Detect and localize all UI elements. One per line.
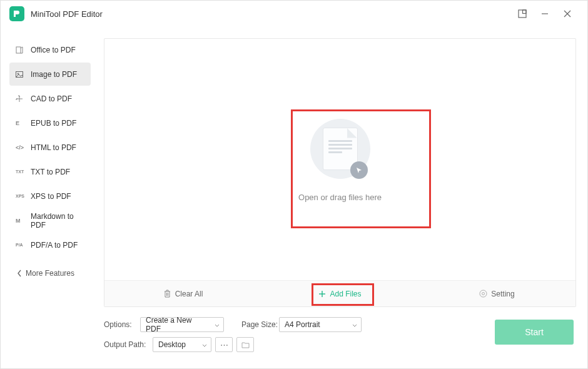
sidebar-item-label: XPS to PDF bbox=[31, 192, 71, 201]
ellipsis-icon: ⋯ bbox=[220, 340, 228, 350]
setting-label: Setting bbox=[491, 290, 514, 298]
close-button[interactable] bbox=[556, 3, 579, 25]
sidebar-item-markdown-to-pdf[interactable]: M Markdown to PDF bbox=[9, 209, 91, 232]
page-size-value: A4 Portrait bbox=[285, 320, 320, 329]
clear-all-button[interactable]: Clear All bbox=[104, 281, 261, 306]
drop-area[interactable]: Open or drag files here Clear All Add Fi… bbox=[104, 38, 576, 307]
sidebar-item-pdfa-to-pdf[interactable]: P/A PDF/A to PDF bbox=[9, 233, 91, 256]
output-path-select[interactable]: Desktop bbox=[153, 337, 211, 352]
browse-folder-button[interactable] bbox=[236, 337, 254, 352]
image-icon bbox=[16, 71, 28, 78]
sidebar-item-image-to-pdf[interactable]: Image to PDF bbox=[9, 63, 91, 86]
plus-icon bbox=[318, 290, 326, 298]
sidebar-item-office-to-pdf[interactable]: Office to PDF bbox=[9, 38, 91, 61]
office-icon bbox=[16, 46, 28, 54]
sidebar-item-epub-to-pdf[interactable]: E EPUB to PDF bbox=[9, 111, 91, 134]
chevron-down-icon bbox=[202, 340, 207, 349]
output-path-label: Output Path: bbox=[104, 340, 153, 349]
left-column: Office to PDF Image to PDF CAD to PDF E … bbox=[1, 27, 98, 368]
sidebar-item-label: HTML to PDF bbox=[31, 143, 76, 152]
sidebar-item-xps-to-pdf[interactable]: XPS XPS to PDF bbox=[9, 184, 91, 208]
add-files-label: Add Files bbox=[330, 290, 361, 298]
cad-icon bbox=[16, 95, 28, 103]
sidebar-item-label: EPUB to PDF bbox=[31, 119, 76, 128]
drop-inner: Open or drag files here bbox=[104, 39, 575, 280]
square-icon[interactable] bbox=[511, 3, 534, 25]
svg-rect-1 bbox=[523, 10, 527, 14]
setting-button[interactable]: Setting bbox=[418, 281, 575, 306]
options-row: Options: Create a New PDF Page Size: A4 … bbox=[104, 317, 495, 332]
more-features-label: More Features bbox=[26, 269, 74, 278]
epub-icon: E bbox=[16, 120, 28, 126]
content: Open or drag files here Clear All Add Fi… bbox=[98, 27, 587, 368]
titlebar: MiniTool PDF Editor bbox=[1, 1, 587, 27]
options-value: Create a New PDF bbox=[146, 316, 208, 333]
options-left: Options: Create a New PDF Page Size: A4 … bbox=[104, 317, 495, 357]
folder-icon bbox=[241, 341, 250, 348]
sidebar-item-html-to-pdf[interactable]: </> HTML to PDF bbox=[9, 136, 91, 159]
chevron-left-icon bbox=[17, 270, 22, 277]
app-title: MiniTool PDF Editor bbox=[31, 9, 511, 19]
add-files-button[interactable]: Add Files bbox=[261, 281, 418, 306]
cursor-icon bbox=[350, 161, 368, 179]
page-size-label: Page Size: bbox=[241, 320, 279, 329]
options-label: Options: bbox=[104, 320, 140, 329]
action-row: Clear All Add Files Setting bbox=[104, 280, 575, 306]
output-path-row: Output Path: Desktop ⋯ bbox=[104, 337, 495, 352]
sidebar-item-label: TXT to PDF bbox=[31, 168, 70, 176]
start-button[interactable]: Start bbox=[495, 320, 574, 345]
sidebar-item-txt-to-pdf[interactable]: TXT TXT to PDF bbox=[9, 160, 91, 183]
sidebar-item-label: Office to PDF bbox=[31, 46, 76, 54]
xps-icon: XPS bbox=[16, 194, 28, 198]
clear-all-label: Clear All bbox=[175, 290, 203, 298]
minimize-button[interactable] bbox=[534, 3, 556, 25]
app-logo bbox=[9, 6, 24, 21]
html-icon: </> bbox=[16, 144, 28, 151]
gear-icon bbox=[479, 290, 487, 298]
sidebar: Office to PDF Image to PDF CAD to PDF E … bbox=[1, 27, 98, 256]
options-select[interactable]: Create a New PDF bbox=[140, 317, 224, 332]
pdfa-icon: P/A bbox=[16, 243, 28, 247]
markdown-icon: M bbox=[16, 218, 28, 224]
sidebar-item-label: PDF/A to PDF bbox=[31, 241, 78, 250]
start-label: Start bbox=[525, 327, 544, 337]
document-illustration bbox=[309, 118, 372, 180]
chevron-down-icon bbox=[352, 320, 357, 329]
chevron-down-icon bbox=[215, 320, 220, 329]
drop-text: Open or drag files here bbox=[298, 193, 382, 202]
svg-point-12 bbox=[482, 293, 485, 295]
sidebar-item-label: Image to PDF bbox=[31, 70, 77, 79]
sidebar-item-label: Markdown to PDF bbox=[31, 212, 91, 230]
more-features-button[interactable]: More Features bbox=[17, 269, 92, 278]
main: Office to PDF Image to PDF CAD to PDF E … bbox=[1, 27, 587, 368]
sidebar-item-cad-to-pdf[interactable]: CAD to PDF bbox=[9, 87, 91, 110]
more-options-button[interactable]: ⋯ bbox=[215, 337, 233, 352]
output-path-value: Desktop bbox=[158, 340, 186, 349]
page-size-select[interactable]: A4 Portrait bbox=[279, 317, 362, 332]
sidebar-item-label: CAD to PDF bbox=[31, 94, 72, 103]
options-area: Options: Create a New PDF Page Size: A4 … bbox=[104, 307, 576, 357]
txt-icon: TXT bbox=[16, 169, 28, 174]
svg-point-13 bbox=[480, 290, 487, 297]
trash-icon bbox=[163, 290, 171, 298]
svg-rect-5 bbox=[16, 47, 21, 53]
